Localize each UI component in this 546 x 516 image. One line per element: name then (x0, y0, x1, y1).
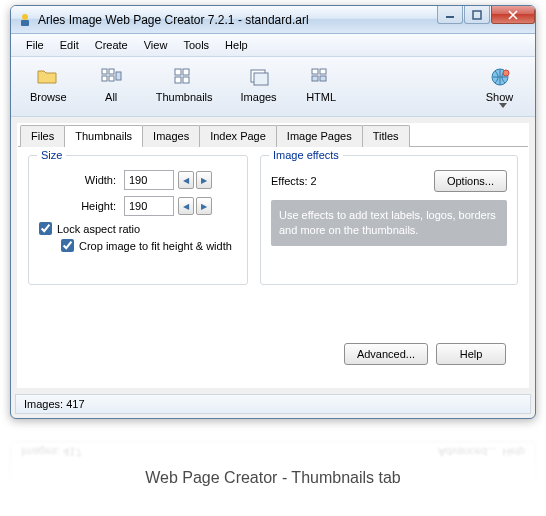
svg-rect-11 (175, 77, 181, 83)
menu-create[interactable]: Create (88, 37, 135, 53)
svg-point-0 (22, 14, 28, 20)
height-label: Height: (39, 200, 124, 212)
svg-rect-10 (183, 69, 189, 75)
svg-rect-3 (473, 11, 481, 19)
close-button[interactable] (491, 6, 535, 24)
effects-group-title: Image effects (269, 149, 343, 161)
toolbar-images-label: Images (241, 91, 277, 103)
height-decrease-button[interactable]: ◀ (178, 197, 194, 215)
app-icon (17, 12, 33, 28)
width-decrease-button[interactable]: ◀ (178, 171, 194, 189)
svg-rect-17 (312, 76, 318, 81)
toolbar-thumbnails-label: Thumbnails (156, 91, 213, 103)
menu-help[interactable]: Help (218, 37, 255, 53)
tab-titles[interactable]: Titles (362, 125, 410, 147)
advanced-button[interactable]: Advanced... (344, 343, 428, 365)
height-increase-button[interactable]: ▶ (196, 197, 212, 215)
toolbar-thumbnails[interactable]: Thumbnails (145, 61, 224, 112)
svg-rect-15 (312, 69, 318, 74)
tab-image-pages[interactable]: Image Pages (276, 125, 363, 147)
minimize-button[interactable] (437, 6, 463, 24)
toolbar-all[interactable]: All (84, 61, 139, 112)
tabstrip: Files Thumbnails Images Index Page Image… (18, 124, 528, 147)
width-increase-button[interactable]: ▶ (196, 171, 212, 189)
menubar: File Edit Create View Tools Help (11, 34, 535, 57)
svg-rect-6 (102, 76, 107, 81)
crop-checkbox[interactable] (61, 239, 74, 252)
svg-point-20 (503, 70, 509, 76)
svg-rect-18 (320, 76, 326, 81)
svg-rect-9 (175, 69, 181, 75)
html-icon (309, 65, 333, 89)
globe-icon (488, 65, 512, 89)
svg-rect-5 (109, 69, 114, 74)
toolbar: Browse All Thumbnails Images HTML Show (11, 57, 535, 117)
width-input[interactable] (124, 170, 174, 190)
mirror-r1: Advanced... (438, 446, 496, 458)
statusbar: Images: 417 (15, 394, 531, 414)
size-group-title: Size (37, 149, 66, 161)
menu-edit[interactable]: Edit (53, 37, 86, 53)
tab-files[interactable]: Files (20, 125, 65, 147)
width-label: Width: (39, 174, 124, 186)
mirror-left: Images: 417 (21, 446, 82, 458)
lock-aspect-label: Lock aspect ratio (57, 223, 140, 235)
window-title: Arles Image Web Page Creator 7.2.1 - sta… (38, 13, 436, 27)
images-icon (247, 65, 271, 89)
status-images-count: Images: 417 (24, 398, 85, 410)
tab-thumbnails[interactable]: Thumbnails (64, 125, 143, 147)
toolbar-browse[interactable]: Browse (19, 61, 78, 112)
effects-count-label: Effects: 2 (271, 175, 317, 187)
svg-rect-16 (320, 69, 326, 74)
menu-file[interactable]: File (19, 37, 51, 53)
height-input[interactable] (124, 196, 174, 216)
options-button[interactable]: Options... (434, 170, 507, 192)
svg-rect-12 (183, 77, 189, 83)
tab-images[interactable]: Images (142, 125, 200, 147)
figure-caption: Web Page Creator - Thumbnails tab (10, 461, 536, 495)
toolbar-show[interactable]: Show (472, 61, 527, 112)
effects-group: Image effects Effects: 2 Options... Use … (260, 155, 518, 285)
lock-aspect-checkbox[interactable] (39, 222, 52, 235)
toolbar-show-label: Show (486, 91, 514, 103)
crop-label: Crop image to fit height & width (79, 240, 232, 252)
svg-rect-7 (109, 76, 114, 81)
help-button[interactable]: Help (436, 343, 506, 365)
svg-rect-8 (116, 72, 121, 80)
thumbnails-icon (172, 65, 196, 89)
mirror-r2: Help (502, 446, 525, 458)
toolbar-browse-label: Browse (30, 91, 67, 103)
svg-rect-1 (21, 20, 29, 26)
svg-rect-14 (254, 73, 268, 85)
folder-icon (36, 65, 60, 89)
toolbar-all-label: All (105, 91, 117, 103)
menu-view[interactable]: View (137, 37, 175, 53)
menu-tools[interactable]: Tools (176, 37, 216, 53)
window-controls (436, 6, 535, 33)
caption-area: Images: 417 Advanced... Help Web Page Cr… (10, 441, 536, 515)
effects-hint: Use effects to add text labels, logos, b… (271, 200, 507, 246)
toolbar-html[interactable]: HTML (294, 61, 349, 112)
maximize-button[interactable] (464, 6, 490, 24)
svg-rect-2 (446, 16, 454, 18)
app-window: Arles Image Web Page Creator 7.2.1 - sta… (10, 5, 536, 419)
toolbar-html-label: HTML (306, 91, 336, 103)
toolbar-images[interactable]: Images (230, 61, 288, 112)
chevron-down-icon (499, 103, 507, 108)
tab-control: Files Thumbnails Images Index Page Image… (17, 123, 529, 388)
tab-panel-thumbnails: Size Width: ◀ ▶ Height: ◀ (18, 147, 528, 387)
svg-rect-4 (102, 69, 107, 74)
size-group: Size Width: ◀ ▶ Height: ◀ (28, 155, 248, 285)
tab-index-page[interactable]: Index Page (199, 125, 277, 147)
titlebar[interactable]: Arles Image Web Page Creator 7.2.1 - sta… (11, 6, 535, 34)
grid-all-icon (99, 65, 123, 89)
